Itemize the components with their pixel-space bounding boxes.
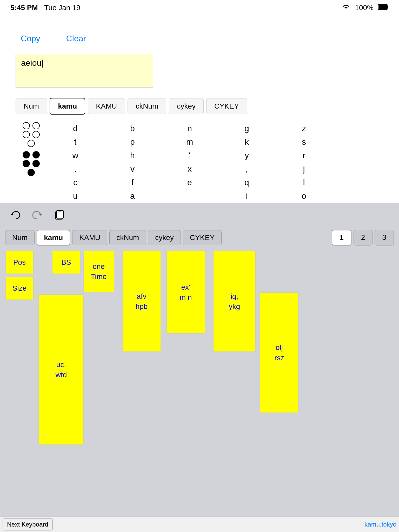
- kb-tab-num[interactable]: Num: [5, 230, 35, 245]
- dot-3: [23, 131, 30, 138]
- next-keyboard-button[interactable]: Next Keyboard: [3, 518, 53, 530]
- kb-num-tabs: 1 2 3: [330, 230, 394, 245]
- key-comma[interactable]: ,: [246, 163, 248, 175]
- key-col-2: b p h v f a: [125, 122, 140, 202]
- status-date: Tue Jan 19: [44, 4, 80, 12]
- svg-rect-2: [378, 5, 387, 9]
- copy-button[interactable]: Copy: [16, 31, 45, 46]
- key-k[interactable]: k: [245, 136, 249, 148]
- key-apostrophe[interactable]: ': [189, 149, 190, 162]
- iqykg-block[interactable]: iq, ykg: [213, 251, 256, 352]
- kb-tab-bar: Num kamu KAMU ckNum cykey CYKEY 1 2 3: [0, 230, 399, 250]
- status-icons: 100%: [341, 3, 389, 12]
- key-q[interactable]: q: [244, 176, 249, 189]
- key-x[interactable]: x: [188, 163, 192, 175]
- kb-tab-cknum[interactable]: ckNum: [109, 230, 146, 245]
- key-g[interactable]: g: [244, 122, 249, 135]
- status-time: 5:45 PM: [10, 4, 38, 12]
- key-j[interactable]: j: [303, 163, 305, 175]
- tab-cknum[interactable]: ckNum: [128, 98, 166, 114]
- tab-kamu[interactable]: kamu: [50, 98, 85, 115]
- bs-label: BS: [61, 257, 71, 267]
- undo-button[interactable]: [8, 208, 22, 224]
- braille-dots: [16, 122, 47, 176]
- dot-10: [28, 169, 35, 176]
- clear-button[interactable]: Clear: [61, 31, 91, 46]
- key-b[interactable]: b: [130, 122, 135, 135]
- pos-block[interactable]: Pos: [5, 251, 34, 274]
- key-a[interactable]: a: [130, 190, 135, 202]
- kb-num-tab-1[interactable]: 1: [332, 230, 351, 245]
- key-d[interactable]: d: [73, 122, 78, 135]
- key-u[interactable]: u: [73, 190, 78, 202]
- kb-tab-kamu[interactable]: kamu: [37, 230, 70, 245]
- key-h[interactable]: h: [130, 149, 135, 162]
- key-w[interactable]: w: [72, 149, 78, 162]
- wifi-icon: [341, 3, 351, 12]
- dot-2: [32, 122, 40, 129]
- kb-tab-kamu-upper[interactable]: KAMU: [72, 230, 107, 245]
- bottom-bar: Next Keyboard kamu.tokyo: [0, 516, 399, 532]
- bs-block[interactable]: BS: [52, 251, 81, 274]
- status-bar: 5:45 PM Tue Jan 19 100%: [0, 0, 399, 16]
- redo-button[interactable]: [30, 208, 45, 224]
- tab-kamu-upper[interactable]: KAMU: [88, 98, 125, 114]
- kb-blocks-area: Pos Size BS one Time uc. wtd afv hpb ex'…: [0, 251, 399, 516]
- svg-rect-5: [58, 210, 61, 211]
- dot-5: [28, 140, 35, 147]
- afvhpb-label: afv hpb: [136, 291, 148, 311]
- exmn-block[interactable]: ex' m n: [166, 251, 205, 334]
- tab-num[interactable]: Num: [16, 98, 47, 114]
- key-dot[interactable]: .: [74, 163, 77, 175]
- kb-controls: [0, 203, 399, 230]
- dot-6: [23, 151, 30, 158]
- ucwtd-label: uc. wtd: [56, 360, 67, 380]
- kamu-link[interactable]: kamu.tokyo: [364, 521, 396, 528]
- key-f[interactable]: f: [131, 176, 134, 189]
- afvhpb-block[interactable]: afv hpb: [122, 251, 161, 352]
- key-i[interactable]: i: [246, 190, 248, 202]
- key-columns: d t w . c u b p h v f a n m ' x: [68, 122, 312, 202]
- tab-cykey-upper[interactable]: CYKEY: [206, 98, 247, 114]
- key-c[interactable]: c: [73, 176, 77, 189]
- key-o[interactable]: o: [302, 190, 306, 202]
- tab-cykey[interactable]: cykey: [169, 98, 204, 114]
- key-s[interactable]: s: [302, 136, 306, 148]
- top-tab-bar: Num kamu KAMU ckNum cykey CYKEY: [16, 98, 383, 115]
- dot-9: [32, 160, 40, 167]
- key-v[interactable]: v: [130, 163, 135, 175]
- kb-tab-cykey-upper[interactable]: CYKEY: [183, 230, 222, 245]
- kb-tab-cykey[interactable]: cykey: [148, 230, 181, 245]
- key-n[interactable]: n: [187, 122, 192, 135]
- text-value: aeiou: [21, 58, 44, 68]
- pos-label: Pos: [13, 257, 26, 267]
- onetime-label: one Time: [91, 261, 107, 282]
- clipboard-button[interactable]: [52, 208, 66, 225]
- key-e[interactable]: e: [187, 176, 192, 189]
- key-t[interactable]: t: [74, 136, 77, 148]
- text-display: aeiou: [16, 54, 153, 88]
- key-col-4: g k y , q i: [239, 122, 255, 202]
- kb-num-tab-3[interactable]: 3: [375, 230, 394, 245]
- oljrsz-block[interactable]: olj rsz: [260, 292, 299, 413]
- key-y[interactable]: y: [245, 149, 249, 162]
- onetime-block[interactable]: one Time: [83, 251, 114, 292]
- key-l[interactable]: l: [303, 176, 305, 189]
- key-z[interactable]: z: [302, 122, 306, 135]
- dot-4: [32, 131, 40, 138]
- exmn-label: ex' m n: [180, 282, 192, 302]
- size-label: Size: [12, 283, 26, 293]
- kb-num-tab-2[interactable]: 2: [354, 230, 373, 245]
- dot-1: [23, 122, 30, 129]
- svg-rect-4: [57, 210, 63, 218]
- key-col-3: n m ' x e: [182, 122, 197, 202]
- size-block[interactable]: Size: [5, 277, 34, 300]
- key-m[interactable]: m: [186, 136, 193, 148]
- status-time-date: 5:45 PM Tue Jan 19: [10, 4, 80, 12]
- svg-rect-1: [387, 6, 388, 8]
- key-layout-area: d t w . c u b p h v f a n m ' x: [16, 122, 383, 202]
- key-r[interactable]: r: [303, 149, 305, 162]
- key-p[interactable]: p: [130, 136, 135, 148]
- battery-icon: [378, 4, 389, 12]
- ucwtd-block[interactable]: uc. wtd: [38, 294, 84, 445]
